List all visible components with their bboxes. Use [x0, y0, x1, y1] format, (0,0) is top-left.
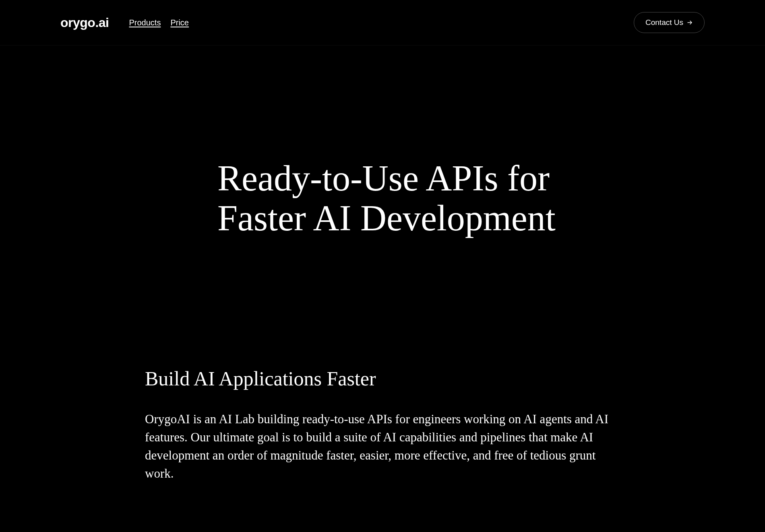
logo[interactable]: orygo.ai [60, 15, 109, 30]
hero-title: Ready-to-Use APIs for Faster AI Developm… [217, 158, 580, 238]
site-header: orygo.ai Products Price Contact Us [0, 0, 765, 46]
arrow-right-icon [686, 19, 693, 26]
header-left: orygo.ai Products Price [60, 15, 189, 30]
nav-link-price[interactable]: Price [170, 18, 189, 27]
contact-button-label: Contact Us [645, 18, 683, 27]
nav-links: Products Price [129, 18, 189, 27]
section-body: OrygoAI is an AI Lab building ready-to-u… [145, 410, 612, 483]
logo-text: orygo.ai [60, 15, 109, 30]
contact-button[interactable]: Contact Us [634, 12, 705, 33]
content-section: Build AI Applications Faster OrygoAI is … [0, 278, 676, 523]
nav-link-products[interactable]: Products [129, 18, 161, 27]
hero-section: Ready-to-Use APIs for Faster AI Developm… [0, 46, 765, 278]
section-title: Build AI Applications Faster [145, 367, 616, 390]
